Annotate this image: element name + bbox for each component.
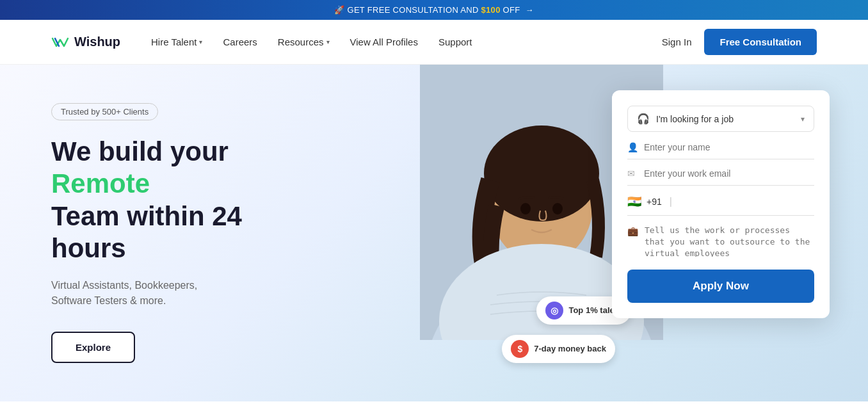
banner-highlight: $100	[481, 5, 501, 15]
hero-title-before: We build your	[51, 136, 229, 166]
logo-text: Wishup	[74, 35, 120, 49]
banner-icon: 🚀	[334, 5, 344, 15]
hero-title-after: Team within 24 hours	[51, 201, 242, 263]
banner-text-before: GET FREE CONSULTATION AND	[347, 5, 481, 15]
dollar-icon: $	[511, 340, 529, 358]
job-type-select[interactable]: 🎧 I'm looking for a job ▾	[627, 106, 814, 132]
hero-subtitle: Virtual Assistants, Bookkeepers,Software…	[51, 278, 294, 309]
hero-title: We build your Remote Team within 24 hour…	[51, 136, 294, 265]
pre-vetted-section: Pre-Vetted, Top 1% talent, Ready to star…	[0, 401, 868, 420]
badge-money-back: $ 7-day money back	[502, 335, 615, 363]
nav-resources[interactable]: Resources ▾	[278, 36, 330, 47]
navbar: Wishup Hire Talent ▾ Careers Resources ▾…	[0, 20, 868, 65]
svg-point-5	[520, 203, 531, 214]
target-icon: ◎	[545, 302, 563, 319]
email-input[interactable]	[644, 168, 814, 179]
chevron-down-icon-2: ▾	[326, 38, 330, 45]
trusted-badge: Trusted by 500+ Clients	[51, 103, 158, 120]
nav-hire-talent[interactable]: Hire Talent ▾	[151, 36, 202, 47]
outsource-textarea[interactable]	[645, 225, 814, 257]
hero-section: Trusted by 500+ Clients We build your Re…	[0, 65, 868, 401]
nav-actions: Sign In Free Consultation	[662, 29, 817, 55]
banner-arrow: →	[525, 5, 533, 15]
flag-india-icon: 🇮🇳	[627, 195, 641, 209]
free-consultation-button[interactable]: Free Consultation	[704, 29, 817, 55]
apply-now-button[interactable]: Apply Now	[627, 270, 814, 303]
nav-links: Hire Talent ▾ Careers Resources ▾ View A…	[151, 36, 662, 47]
headset-icon: 🎧	[637, 113, 650, 125]
person-icon: 👤	[627, 142, 638, 152]
hero-title-accent: Remote	[51, 168, 150, 198]
logo[interactable]: Wishup	[51, 35, 120, 49]
nav-support[interactable]: Support	[438, 36, 472, 47]
email-icon: ✉	[627, 168, 638, 179]
badge-money-text: 7-day money back	[534, 344, 606, 353]
phone-field-wrapper: 🇮🇳 +91 |	[627, 195, 814, 216]
form-panel: 🎧 I'm looking for a job ▾ 👤 ✉ 🇮🇳 +91 | 💼	[612, 90, 830, 318]
sign-in-button[interactable]: Sign In	[662, 36, 692, 47]
chevron-down-icon-3: ▾	[801, 115, 805, 124]
banner-text-after: OFF	[503, 5, 520, 15]
phone-separator: |	[670, 196, 672, 207]
hero-content: Trusted by 500+ Clients We build your Re…	[0, 65, 346, 401]
name-input[interactable]	[644, 142, 814, 152]
email-field-wrapper: ✉	[627, 168, 814, 186]
briefcase-icon: 💼	[627, 226, 638, 236]
chevron-down-icon: ▾	[199, 38, 202, 45]
name-field-wrapper: 👤	[627, 142, 814, 159]
phone-input[interactable]	[680, 197, 814, 207]
job-type-label: I'm looking for a job	[656, 114, 794, 124]
explore-button[interactable]: Explore	[51, 332, 135, 363]
nav-careers[interactable]: Careers	[223, 36, 257, 47]
phone-code: +91	[647, 197, 662, 207]
textarea-wrapper: 💼	[627, 225, 814, 257]
nav-view-all-profiles[interactable]: View All Profiles	[350, 36, 418, 47]
logo-icon	[51, 36, 69, 49]
svg-point-6	[552, 203, 563, 214]
top-banner: 🚀 GET FREE CONSULTATION AND $100 OFF →	[0, 0, 868, 20]
